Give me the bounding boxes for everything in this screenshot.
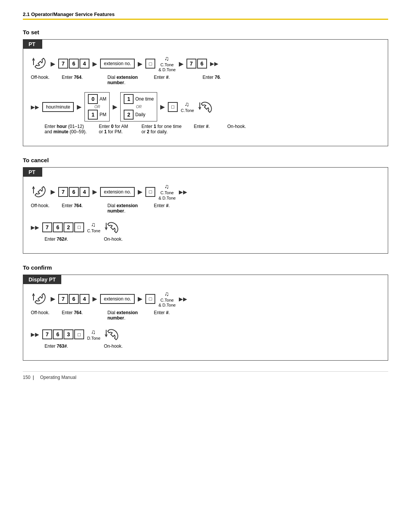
- svg-text:♫: ♫: [91, 221, 96, 228]
- onetime-daily-label: Enter 1 for one timeor 2 for daily.: [142, 124, 182, 134]
- cancel-pt-box: PT ▶ 7 6 4: [23, 167, 388, 253]
- offhook-label: Off-hook.: [31, 75, 49, 80]
- confirm-offhook-label: Off-hook.: [31, 310, 49, 315]
- set-row2-labels: Enter hour (01–12)and minute (00–59). En…: [31, 124, 380, 134]
- am-pm-group: 0 AM OR 1 PM: [84, 92, 110, 121]
- cancel-onhook-label: On-hook.: [104, 236, 127, 242]
- onetime-label: One time: [135, 96, 154, 102]
- am-row: 0 AM: [88, 94, 106, 104]
- or-text2: OR: [124, 105, 154, 109]
- pm-label: PM: [99, 112, 106, 117]
- confirm-onhook-icon: [104, 328, 120, 341]
- section-header-text: 2.1 Operator/Manager Service Features: [23, 11, 115, 17]
- svg-text:♫: ♫: [185, 101, 189, 107]
- confirm-arrow2: ▶: [92, 295, 97, 302]
- set-ctone-label2: C.Tone: [181, 108, 194, 113]
- svg-text:♫: ♫: [164, 183, 169, 190]
- cancel-arrow1: ▶: [51, 188, 55, 195]
- confirm-enter763-label: Enter 763#.: [45, 343, 86, 349]
- confirm-row2-flow: ▶▶ 7 6 3 □ ♫ D.Tone: [31, 328, 380, 341]
- key-1-onetime: 1: [124, 94, 134, 104]
- hash-btn2: □: [168, 102, 178, 112]
- confirm-pt-label: Display PT: [23, 275, 61, 284]
- key-7b: 7: [186, 59, 196, 69]
- onetime-daily-group: 1 One time OR 2 Daily: [120, 92, 157, 121]
- confirm-row2-labels: Enter 763#. On-hook.: [31, 343, 380, 349]
- key-4: 4: [80, 59, 89, 69]
- key-76-group: 7 6: [186, 59, 207, 69]
- key-2-daily: 2: [124, 110, 134, 120]
- dial-ext-label: Dial extensionnumber.: [107, 75, 142, 85]
- key-7: 7: [58, 59, 68, 69]
- cancel-row1-labels: Off-hook. Enter 764. Dial extensionnumbe…: [31, 203, 380, 214]
- set-section: To set PT ▶: [23, 29, 388, 146]
- cancel-row2-labels: Enter 762#. On-hook.: [31, 236, 380, 242]
- set-pt-box: PT ▶ 7: [23, 39, 388, 146]
- or-text1: OR: [88, 105, 106, 109]
- confirm-hash-inline: □: [74, 329, 84, 339]
- cancel-hash-inline: □: [74, 222, 84, 232]
- cancel-dial-ext-label: Dial extensionnumber.: [107, 203, 142, 214]
- cancel-row2-flow: ▶▶ 7 6 2 □ ♫ C.Tone: [31, 220, 380, 234]
- cancel-ctone-label: C.Tone: [87, 228, 100, 233]
- confirm-arrow-double2: ▶▶: [31, 331, 39, 337]
- cancel-offhook-label: Off-hook.: [31, 203, 49, 208]
- confirm-dtone-label: D.Tone: [87, 336, 100, 341]
- arrow1: ▶: [51, 60, 55, 67]
- cancel-key-2: 2: [64, 222, 73, 232]
- confirm-key-763-hash: 7 6 3 □: [42, 329, 84, 339]
- key-6b: 6: [197, 59, 207, 69]
- cancel-key-6: 6: [69, 187, 79, 197]
- footer-divider: |: [33, 375, 34, 380]
- confirm-dtone-area: ♫ D.Tone: [87, 328, 100, 341]
- confirm-hash-btn: □: [145, 294, 155, 304]
- confirm-offhook-icon: [31, 292, 48, 306]
- am-label: AM: [99, 96, 106, 102]
- set-ctone-area: ♫ C.Tone: [181, 101, 194, 113]
- cancel-hash-btn: □: [145, 187, 155, 197]
- enter-hash-label2: Enter #.: [194, 124, 210, 129]
- confirm-row1-labels: Off-hook. Enter 764. Dial extensionnumbe…: [31, 310, 380, 321]
- onhook-set-label: On-hook.: [227, 124, 246, 129]
- confirm-onhook-label: On-hook.: [104, 343, 127, 349]
- cancel-key-7: 7: [58, 187, 68, 197]
- cancel-title: To cancel: [23, 157, 388, 163]
- cancel-row1-flow: ▶ 7 6 4 ▶ extension no. ▶ □ ♫ C.T: [31, 183, 380, 200]
- confirm-ext-btn: extension no.: [100, 294, 135, 304]
- arrow5: ▶: [77, 103, 81, 110]
- daily-row: 2 Daily: [124, 110, 145, 120]
- arrow6: ▶: [113, 103, 117, 110]
- cancel-enter762-label: Enter 762#.: [45, 236, 86, 242]
- extension-no-btn: extension no.: [100, 59, 135, 69]
- cancel-arrow3: ▶: [138, 188, 142, 195]
- confirm-arrow3: ▶: [138, 295, 142, 302]
- key-764-group: 7 6 4: [58, 59, 89, 69]
- hourmin-label: Enter hour (01–12)and minute (00–59).: [45, 124, 87, 134]
- cancel-ctone-area: ♫ C.Tone: [87, 221, 100, 233]
- key-1-pm: 1: [88, 110, 98, 120]
- arrow-double2: ▶▶: [31, 104, 39, 110]
- set-row2-flow: ▶▶ hour/minute ▶ 0 AM OR 1 PM: [31, 92, 380, 121]
- cancel-offhook-icon: [31, 185, 48, 199]
- cancel-enter-hash-label: Enter #.: [154, 203, 170, 208]
- hourmin-btn: hour/minute: [42, 102, 74, 112]
- cancel-section: To cancel PT ▶ 7 6: [23, 157, 388, 253]
- confirm-section: To confirm Display PT ▶ 7: [23, 264, 388, 361]
- cancel-key-764: 7 6 4: [58, 187, 89, 197]
- enter764-label: Enter 764.: [62, 75, 95, 80]
- set-tone-area1: ♫ C.Tone& D.Tone: [158, 55, 175, 72]
- confirm-key-7b: 7: [42, 329, 52, 339]
- confirm-arrow1: ▶: [51, 295, 55, 302]
- confirm-key-3: 3: [64, 329, 73, 339]
- page-footer: 150 | Operating Manual: [23, 371, 388, 380]
- ampm-label: Enter 0 for AMor 1 for PM.: [99, 124, 129, 134]
- cancel-key-762-hash: 7 6 2 □: [42, 222, 84, 232]
- key-6: 6: [69, 59, 79, 69]
- pm-row: 1 PM: [88, 110, 106, 120]
- cancel-pt-label: PT: [23, 168, 42, 177]
- cancel-arrow-double1: ▶▶: [179, 189, 187, 195]
- set-title: To set: [23, 29, 388, 35]
- confirm-pt-box: Display PT ▶ 7 6 4: [23, 275, 388, 361]
- confirm-tone-area1: ♫ C.Tone& D.Tone: [158, 290, 175, 308]
- confirm-key-4: 4: [80, 294, 89, 304]
